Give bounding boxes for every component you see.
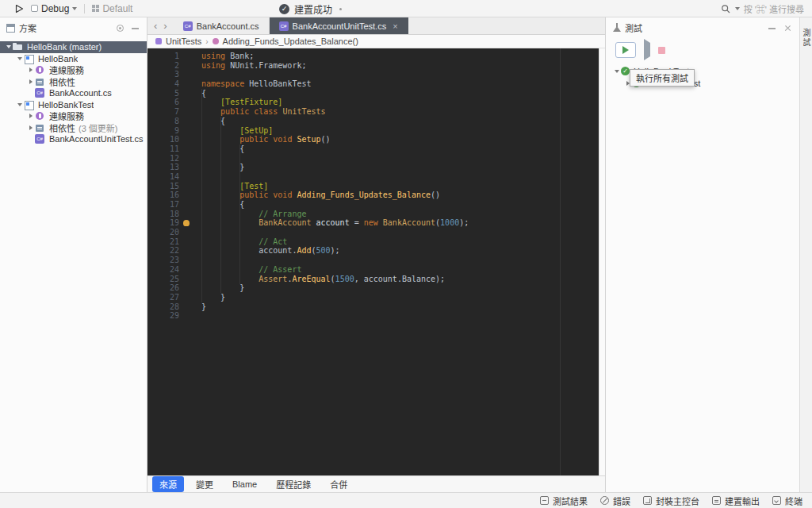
line-number[interactable]: 20 <box>147 228 179 237</box>
line-number[interactable]: 19 <box>147 218 179 228</box>
line-number[interactable]: 9 <box>147 126 179 136</box>
tree-item[interactable]: HelloBank <box>0 53 147 65</box>
code-text[interactable]: [TestFixture] <box>201 98 282 107</box>
line-number[interactable]: 7 <box>147 107 179 117</box>
code-text[interactable]: public void Adding_Funds_Updates_Balance… <box>201 190 440 200</box>
tree-item[interactable]: BankAccountUnitTest.cs <box>0 133 147 145</box>
code-text[interactable]: } <box>201 283 244 293</box>
locate-file-icon[interactable] <box>115 23 124 33</box>
run-selected-tests-button[interactable] <box>644 43 650 57</box>
line-number[interactable]: 8 <box>147 117 179 126</box>
code-text[interactable]: Assert.AreEqual(1500, account.Balance); <box>201 275 445 284</box>
line-number[interactable]: 1 <box>147 52 179 61</box>
tree-item[interactable]: HelloBankTest <box>0 99 147 111</box>
line-number[interactable]: 15 <box>147 182 179 191</box>
expand-arrow-icon[interactable] <box>26 114 35 118</box>
stop-tests-button[interactable] <box>658 47 665 54</box>
code-text[interactable]: { <box>201 144 244 154</box>
nav-forward-icon[interactable]: › <box>163 20 167 32</box>
line-number[interactable]: 28 <box>147 302 179 312</box>
expand-arrow-icon[interactable] <box>15 103 24 106</box>
tree-item[interactable]: 相依性 <box>0 76 147 88</box>
statusbar-item-build-output[interactable]: 建置輸出 <box>712 495 760 507</box>
run-icon[interactable] <box>14 4 24 13</box>
search-everywhere[interactable]: 按 '⌘' 進行搜尋 <box>721 0 804 17</box>
breadcrumb-item[interactable]: UnitTests <box>166 37 201 46</box>
code-text[interactable]: [Test] <box>201 182 268 191</box>
statusbar-item-errors[interactable]: 錯誤 <box>600 495 630 507</box>
code-text[interactable]: account.Add(500); <box>201 246 340 256</box>
expand-arrow-icon[interactable] <box>4 45 13 48</box>
close-tab-icon[interactable]: × <box>393 21 397 31</box>
minimize-panel-icon[interactable] <box>768 23 777 33</box>
bottom-tab-合併[interactable]: 合併 <box>323 476 354 492</box>
line-number[interactable]: 16 <box>147 190 179 200</box>
line-number[interactable]: 18 <box>147 210 179 219</box>
code-text[interactable]: BankAccount account = new BankAccount(10… <box>201 218 469 228</box>
code-text[interactable]: public class UnitTests <box>201 107 326 117</box>
bottom-tab-歷程記錄[interactable]: 歷程記錄 <box>269 476 318 492</box>
close-panel-icon[interactable] <box>783 23 793 33</box>
line-number[interactable]: 5 <box>147 89 179 98</box>
line-number[interactable]: 23 <box>147 256 179 265</box>
code-text[interactable]: [SetUp] <box>201 126 273 136</box>
code-text[interactable]: namespace HelloBankTest <box>201 79 312 89</box>
code-text[interactable]: } <box>201 163 244 172</box>
code-text[interactable]: // Arrange <box>201 210 306 219</box>
dock-tab-tests[interactable]: 測試 <box>800 29 812 48</box>
error-stripe[interactable] <box>599 48 605 475</box>
code-text[interactable]: // Assert <box>201 265 301 275</box>
lightbulb-icon[interactable] <box>183 220 190 226</box>
line-number[interactable]: 12 <box>147 154 179 164</box>
bottom-tab-變更[interactable]: 變更 <box>189 476 220 492</box>
line-number[interactable]: 27 <box>147 293 179 302</box>
line-number[interactable]: 14 <box>147 172 179 182</box>
bottom-tab-Blame[interactable]: Blame <box>225 478 264 491</box>
expand-arrow-icon[interactable] <box>26 125 35 130</box>
code-text[interactable]: { <box>201 89 206 98</box>
line-number[interactable]: 4 <box>147 79 179 89</box>
profile-selector[interactable]: Default <box>92 3 132 14</box>
tree-item[interactable]: 相依性(3 個更新) <box>0 122 147 134</box>
tree-item[interactable]: 連線服務 <box>0 64 147 76</box>
nav-back-icon[interactable]: ‹ <box>154 20 157 32</box>
line-number[interactable]: 26 <box>147 283 179 293</box>
line-number[interactable]: 29 <box>147 311 179 321</box>
code-text[interactable]: { <box>201 200 244 210</box>
line-number[interactable]: 3 <box>147 70 179 79</box>
run-config-selector[interactable]: Debug <box>31 3 77 14</box>
editor-tab[interactable]: BankAccountUnitTest.cs× <box>270 17 408 34</box>
statusbar-item-package-console[interactable]: 封裝主控台 <box>643 495 699 507</box>
line-number[interactable]: 2 <box>147 61 179 71</box>
line-number[interactable]: 11 <box>147 144 179 154</box>
code-text[interactable]: public void Setup() <box>201 135 331 144</box>
build-status[interactable]: 建置成功 <box>279 0 342 17</box>
line-number[interactable]: 25 <box>147 275 179 284</box>
expand-arrow-icon[interactable] <box>26 79 35 84</box>
bottom-tab-來源[interactable]: 來源 <box>152 476 184 492</box>
code-text[interactable]: } <box>201 293 225 302</box>
line-number[interactable]: 24 <box>147 265 179 275</box>
code-text[interactable]: using Bank; <box>201 52 254 61</box>
statusbar-item-terminal[interactable]: 終端 <box>772 495 802 507</box>
breadcrumb-item[interactable]: Adding_Funds_Updates_Balance() <box>223 37 358 46</box>
code-text[interactable]: { <box>201 117 225 126</box>
expand-arrow-icon[interactable] <box>15 57 24 60</box>
tree-item[interactable]: HelloBank (master) <box>0 41 147 53</box>
line-number[interactable]: 21 <box>147 237 179 247</box>
line-number[interactable]: 22 <box>147 246 179 256</box>
expand-arrow-icon[interactable] <box>612 70 621 73</box>
line-number[interactable]: 10 <box>147 135 179 144</box>
hide-panel-icon[interactable] <box>131 23 140 33</box>
expand-arrow-icon[interactable] <box>26 67 35 72</box>
code-text[interactable]: // Act <box>201 237 287 247</box>
editor-tab[interactable]: BankAccount.cs <box>174 17 270 34</box>
line-number[interactable]: 6 <box>147 98 179 107</box>
tree-item[interactable]: 連線服務 <box>0 110 147 122</box>
tree-item[interactable]: BankAccount.cs <box>0 87 147 99</box>
code-text[interactable]: using NUnit.Framework; <box>201 61 306 71</box>
run-all-tests-button[interactable] <box>615 42 636 58</box>
line-number[interactable]: 13 <box>147 163 179 172</box>
code-text[interactable]: } <box>201 302 206 312</box>
statusbar-item-test-results[interactable]: 測試結果 <box>540 495 588 507</box>
